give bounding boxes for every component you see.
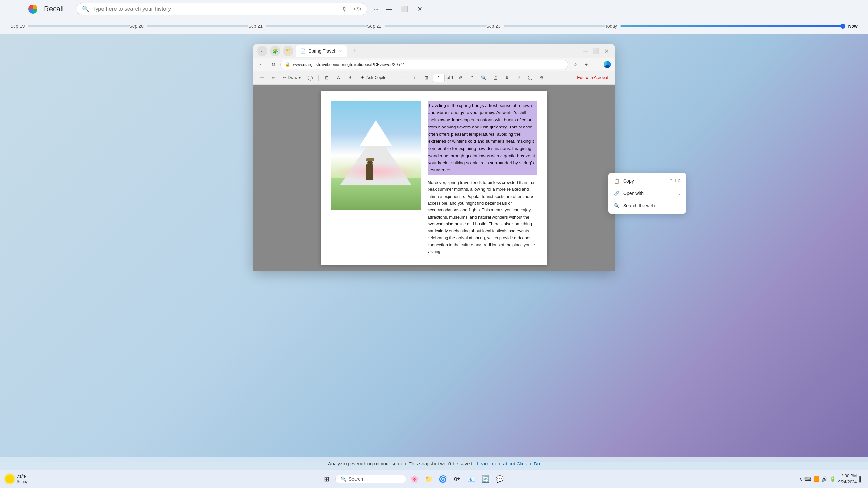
context-menu-open-with[interactable]: 🔗 Open with › [609, 187, 686, 199]
more-options-button[interactable]: ··· [374, 6, 378, 12]
extensions-button[interactable]: 🧩 [270, 46, 280, 56]
battery-icon[interactable]: 🔋 [830, 476, 836, 482]
browser-titlebar: ← 🧩 📁 📄 Spring Travel ✕ + — ⬜ ✕ [253, 44, 615, 58]
taskbar-edge-button[interactable]: 🌀 [437, 473, 449, 485]
browser-close-button[interactable]: ✕ [602, 46, 611, 56]
start-button[interactable]: ⊞ [321, 473, 333, 485]
mic-icon[interactable]: 🎙 [342, 6, 347, 12]
pdf-search-button[interactable]: 🔍 [479, 73, 489, 83]
taskbar-recall-button[interactable]: 🔄 [480, 473, 492, 485]
ask-copilot-label: Ask Copilot [366, 75, 388, 80]
taskbar-search-label: Search [349, 476, 363, 482]
temperature-display: 71°F [17, 474, 28, 479]
context-menu-search-web[interactable]: 🔍 Search the web [609, 199, 686, 212]
pdf-erase-button[interactable]: ◯ [306, 73, 315, 83]
person-body [366, 164, 373, 180]
pdf-draw-button[interactable]: ✒ Draw ▾ [280, 74, 304, 82]
browser-minimize-button[interactable]: — [581, 46, 590, 56]
taskbar-widgets-button[interactable]: 🌸 [409, 473, 421, 485]
taskbar-files-button[interactable]: 📁 [423, 473, 435, 485]
copilot-icon-button[interactable]: ✦ [582, 60, 591, 69]
time-display: 2:30 PM [838, 473, 857, 479]
speaker-icon[interactable]: 🔊 [822, 476, 828, 482]
taskbar-search-box[interactable]: 🔍 Search [335, 475, 406, 483]
back-button[interactable]: ← [10, 3, 22, 15]
pdf-settings-button[interactable]: ⚙ [537, 73, 547, 83]
pdf-print-button[interactable]: 🖨 [491, 73, 500, 83]
rotate-button[interactable]: ↺ [456, 73, 465, 83]
timeline-track-sep21 [266, 26, 367, 27]
pdf-page: Traveling in the spring brings a fresh s… [321, 91, 547, 265]
favorites-button[interactable]: ☆ [571, 60, 580, 69]
chevron-up-icon[interactable]: ∧ [799, 476, 802, 482]
timeline-now-label: Now [848, 24, 858, 29]
taskbar-mail-button[interactable]: 📧 [466, 473, 477, 485]
pdf-share-button[interactable]: ↗ [514, 73, 523, 83]
taskbar-teams-button[interactable]: 💬 [494, 473, 506, 485]
pdf-read-button[interactable]: 𝐴 [345, 73, 355, 83]
maximize-button[interactable]: ⬜ [399, 4, 409, 14]
learn-more-link[interactable]: Learn more about Click to Do [477, 461, 540, 466]
person-head [368, 160, 373, 165]
search-web-icon: 🔍 [614, 203, 619, 208]
pen-icon: ✒ [283, 75, 286, 80]
pdf-content-area: Traveling in the spring brings a fresh s… [253, 85, 615, 271]
workspace-button[interactable]: 📁 [283, 46, 293, 56]
page-number-input[interactable] [433, 73, 445, 82]
fit-page-button[interactable]: ⊞ [422, 73, 431, 83]
recall-topbar: ← Recall 🔍 🎙 </> ··· — ⬜ ✕ [0, 0, 868, 18]
new-tab-button[interactable]: + [349, 46, 359, 56]
browser-right-icons: ☆ ✦ ··· [571, 60, 611, 69]
context-menu-copy[interactable]: 📋 Copy Ctrl+C [609, 175, 686, 187]
open-with-label: Open with [623, 191, 644, 196]
network-icon[interactable]: 📶 [813, 476, 819, 482]
toolbar-separator [318, 74, 319, 81]
pdf-text-column: Traveling in the spring brings a fresh s… [428, 101, 537, 255]
timeline-today[interactable]: Today [605, 24, 843, 29]
pdf-travel-image [331, 101, 421, 210]
keyboard-icon[interactable]: ⌨ [804, 476, 811, 482]
pdf-notes-button[interactable]: 🗒 [467, 73, 477, 83]
address-bar[interactable]: 🔒 www.margiestravel.com/springtravelidea… [280, 60, 568, 69]
timeline-sep21[interactable]: Sep 21 [248, 24, 367, 29]
zoom-out-button[interactable]: − [398, 73, 408, 83]
back-list-button[interactable]: ← [257, 46, 268, 56]
browser-more-button[interactable]: ··· [593, 60, 602, 69]
timeline-sep23[interactable]: Sep 23 [486, 24, 605, 29]
pdf-annotation-button[interactable]: ✏ [269, 73, 278, 83]
taskbar-center: ⊞ 🔍 Search 🌸 📁 🌀 🛍 📧 🔄 💬 [28, 473, 799, 485]
timeline-sep20[interactable]: Sep 20 [129, 24, 248, 29]
zoom-in-button[interactable]: + [410, 73, 420, 83]
browser-maximize-button[interactable]: ⬜ [592, 46, 600, 56]
code-icon[interactable]: </> [353, 6, 362, 12]
taskbar-store-button[interactable]: 🛍 [452, 473, 463, 485]
recall-search-bar[interactable]: 🔍 🎙 </> [76, 3, 367, 15]
timeline-sep22[interactable]: Sep 22 [367, 24, 486, 29]
browser-back-button[interactable]: ← [257, 60, 266, 69]
pdf-menu-button[interactable]: ☰ [257, 73, 267, 83]
close-button[interactable]: ✕ [414, 4, 425, 14]
pdf-view-button[interactable]: ⊡ [322, 73, 332, 83]
history-search-input[interactable] [92, 6, 338, 12]
person-hat [366, 158, 374, 161]
timeline-track-sep20 [147, 26, 248, 27]
status-bar: Analyzing everything on your screen. Thi… [0, 457, 868, 470]
pdf-font-button[interactable]: A [334, 73, 343, 83]
clock-widget[interactable]: 2:30 PM 9/24/2024 [838, 473, 857, 485]
ask-copilot-button[interactable]: ✦ Ask Copilot [357, 74, 392, 82]
timeline-sep19[interactable]: Sep 19 [10, 24, 129, 29]
edit-with-acrobat-button[interactable]: Edit with Acrobat [575, 74, 611, 82]
show-desktop-button[interactable]: ▌ [859, 476, 863, 482]
timeline-track-today [620, 26, 843, 27]
browser-refresh-button[interactable]: ↻ [269, 60, 278, 69]
timeline-track-sep22 [384, 26, 486, 27]
main-content-area: ← 🧩 📁 📄 Spring Travel ✕ + — ⬜ ✕ ← ↻ 🔒 ww… [0, 34, 868, 462]
pdf-download-button[interactable]: ⬇ [502, 73, 512, 83]
pdf-expand-button[interactable]: ⛶ [525, 73, 535, 83]
minimize-button[interactable]: — [383, 4, 394, 14]
submenu-arrow-icon: › [679, 191, 681, 196]
weather-text: 71°F Sunny [17, 474, 28, 484]
spring-travel-tab[interactable]: 📄 Spring Travel ✕ [296, 45, 347, 57]
tab-close-button[interactable]: ✕ [339, 49, 342, 54]
pdf-normal-paragraph: Moreover, spring travel tends to be less… [428, 179, 537, 255]
